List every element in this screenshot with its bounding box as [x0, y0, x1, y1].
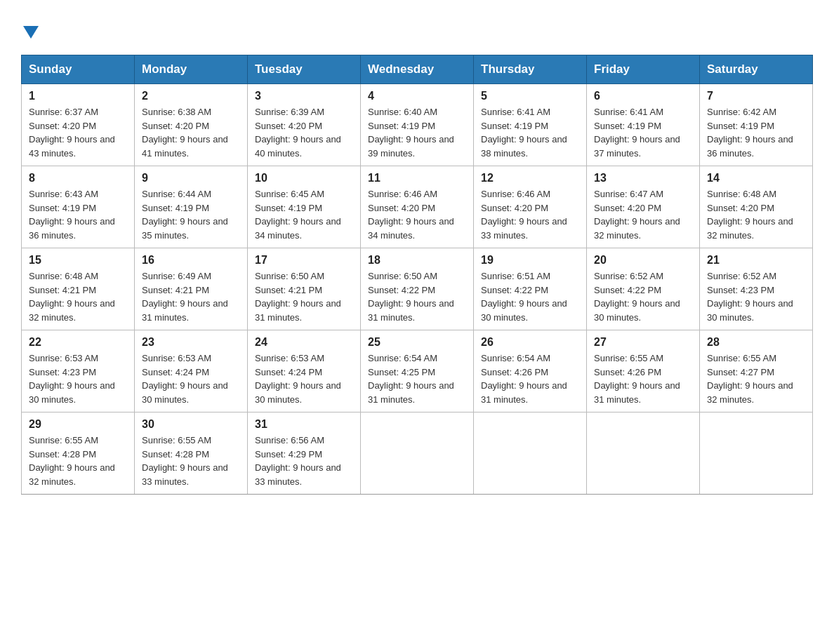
calendar-day-cell: 3 Sunrise: 6:39 AMSunset: 4:20 PMDayligh… [248, 84, 361, 166]
day-number: 21 [707, 254, 805, 267]
day-info: Sunrise: 6:53 AMSunset: 4:23 PMDaylight:… [29, 353, 115, 405]
day-info: Sunrise: 6:56 AMSunset: 4:29 PMDaylight:… [255, 435, 341, 487]
day-info: Sunrise: 6:44 AMSunset: 4:19 PMDaylight:… [142, 189, 228, 241]
calendar-day-cell: 7 Sunrise: 6:42 AMSunset: 4:19 PMDayligh… [700, 84, 813, 166]
svg-marker-0 [23, 26, 39, 39]
day-number: 9 [142, 172, 240, 185]
day-info: Sunrise: 6:50 AMSunset: 4:21 PMDaylight:… [255, 271, 341, 323]
day-info: Sunrise: 6:43 AMSunset: 4:19 PMDaylight:… [29, 189, 115, 241]
calendar-day-cell: 29 Sunrise: 6:55 AMSunset: 4:28 PMDaylig… [22, 412, 135, 495]
day-info: Sunrise: 6:55 AMSunset: 4:26 PMDaylight:… [594, 353, 680, 405]
logo-arrow-icon [23, 21, 39, 43]
calendar-day-cell: 23 Sunrise: 6:53 AMSunset: 4:24 PMDaylig… [135, 330, 248, 412]
day-number: 4 [368, 90, 466, 102]
day-info: Sunrise: 6:55 AMSunset: 4:27 PMDaylight:… [707, 353, 793, 405]
day-number: 7 [707, 90, 805, 102]
day-number: 14 [707, 172, 805, 185]
calendar-day-cell: 12 Sunrise: 6:46 AMSunset: 4:20 PMDaylig… [474, 166, 587, 248]
day-number: 5 [481, 90, 579, 102]
day-info: Sunrise: 6:55 AMSunset: 4:28 PMDaylight:… [29, 435, 115, 487]
day-info: Sunrise: 6:54 AMSunset: 4:25 PMDaylight:… [368, 353, 454, 405]
day-info: Sunrise: 6:48 AMSunset: 4:21 PMDaylight:… [29, 271, 115, 323]
calendar-day-cell: 30 Sunrise: 6:55 AMSunset: 4:28 PMDaylig… [135, 412, 248, 495]
day-number: 18 [368, 254, 466, 267]
calendar-day-cell: 16 Sunrise: 6:49 AMSunset: 4:21 PMDaylig… [135, 248, 248, 330]
calendar-day-cell: 19 Sunrise: 6:51 AMSunset: 4:22 PMDaylig… [474, 248, 587, 330]
calendar-day-cell: 4 Sunrise: 6:40 AMSunset: 4:19 PMDayligh… [361, 84, 474, 166]
page-header [21, 21, 813, 41]
day-number: 29 [29, 418, 127, 431]
calendar-day-cell: 21 Sunrise: 6:52 AMSunset: 4:23 PMDaylig… [700, 248, 813, 330]
day-number: 25 [368, 336, 466, 349]
column-header-friday: Friday [587, 55, 700, 84]
calendar-day-cell: 2 Sunrise: 6:38 AMSunset: 4:20 PMDayligh… [135, 84, 248, 166]
column-header-wednesday: Wednesday [361, 55, 474, 84]
column-header-monday: Monday [135, 55, 248, 84]
day-info: Sunrise: 6:39 AMSunset: 4:20 PMDaylight:… [255, 107, 341, 159]
day-info: Sunrise: 6:46 AMSunset: 4:20 PMDaylight:… [481, 189, 567, 241]
calendar-day-cell: 10 Sunrise: 6:45 AMSunset: 4:19 PMDaylig… [248, 166, 361, 248]
day-number: 8 [29, 172, 127, 185]
day-number: 23 [142, 336, 240, 349]
calendar-day-cell: 20 Sunrise: 6:52 AMSunset: 4:22 PMDaylig… [587, 248, 700, 330]
day-info: Sunrise: 6:55 AMSunset: 4:28 PMDaylight:… [142, 435, 228, 487]
day-number: 28 [707, 336, 805, 349]
calendar-week-row: 15 Sunrise: 6:48 AMSunset: 4:21 PMDaylig… [22, 248, 813, 330]
calendar-day-cell: 25 Sunrise: 6:54 AMSunset: 4:25 PMDaylig… [361, 330, 474, 412]
calendar-day-cell: 26 Sunrise: 6:54 AMSunset: 4:26 PMDaylig… [474, 330, 587, 412]
calendar-day-cell: 11 Sunrise: 6:46 AMSunset: 4:20 PMDaylig… [361, 166, 474, 248]
day-info: Sunrise: 6:47 AMSunset: 4:20 PMDaylight:… [594, 189, 680, 241]
day-info: Sunrise: 6:50 AMSunset: 4:22 PMDaylight:… [368, 271, 454, 323]
calendar-table: SundayMondayTuesdayWednesdayThursdayFrid… [21, 55, 813, 495]
calendar-day-cell: 22 Sunrise: 6:53 AMSunset: 4:23 PMDaylig… [22, 330, 135, 412]
day-info: Sunrise: 6:52 AMSunset: 4:23 PMDaylight:… [707, 271, 793, 323]
day-info: Sunrise: 6:46 AMSunset: 4:20 PMDaylight:… [368, 189, 454, 241]
day-info: Sunrise: 6:52 AMSunset: 4:22 PMDaylight:… [594, 271, 680, 323]
calendar-day-cell: 1 Sunrise: 6:37 AMSunset: 4:20 PMDayligh… [22, 84, 135, 166]
calendar-week-row: 29 Sunrise: 6:55 AMSunset: 4:28 PMDaylig… [22, 412, 813, 495]
calendar-header-row: SundayMondayTuesdayWednesdayThursdayFrid… [22, 55, 813, 84]
day-info: Sunrise: 6:53 AMSunset: 4:24 PMDaylight:… [142, 353, 228, 405]
day-info: Sunrise: 6:42 AMSunset: 4:19 PMDaylight:… [707, 107, 793, 159]
calendar-day-cell: 5 Sunrise: 6:41 AMSunset: 4:19 PMDayligh… [474, 84, 587, 166]
calendar-day-cell [474, 412, 587, 495]
calendar-week-row: 8 Sunrise: 6:43 AMSunset: 4:19 PMDayligh… [22, 166, 813, 248]
day-info: Sunrise: 6:48 AMSunset: 4:20 PMDaylight:… [707, 189, 793, 241]
day-info: Sunrise: 6:53 AMSunset: 4:24 PMDaylight:… [255, 353, 341, 405]
logo [21, 21, 39, 41]
day-info: Sunrise: 6:51 AMSunset: 4:22 PMDaylight:… [481, 271, 567, 323]
calendar-day-cell: 17 Sunrise: 6:50 AMSunset: 4:21 PMDaylig… [248, 248, 361, 330]
day-number: 26 [481, 336, 579, 349]
calendar-day-cell: 18 Sunrise: 6:50 AMSunset: 4:22 PMDaylig… [361, 248, 474, 330]
column-header-saturday: Saturday [700, 55, 813, 84]
day-number: 2 [142, 90, 240, 102]
day-number: 20 [594, 254, 692, 267]
calendar-day-cell: 15 Sunrise: 6:48 AMSunset: 4:21 PMDaylig… [22, 248, 135, 330]
calendar-day-cell: 8 Sunrise: 6:43 AMSunset: 4:19 PMDayligh… [22, 166, 135, 248]
day-info: Sunrise: 6:41 AMSunset: 4:19 PMDaylight:… [481, 107, 567, 159]
day-info: Sunrise: 6:54 AMSunset: 4:26 PMDaylight:… [481, 353, 567, 405]
day-number: 13 [594, 172, 692, 185]
day-number: 17 [255, 254, 353, 267]
day-number: 24 [255, 336, 353, 349]
logo-line1 [21, 21, 39, 43]
day-number: 30 [142, 418, 240, 431]
calendar-day-cell: 6 Sunrise: 6:41 AMSunset: 4:19 PMDayligh… [587, 84, 700, 166]
day-number: 19 [481, 254, 579, 267]
calendar-day-cell [700, 412, 813, 495]
calendar-day-cell: 27 Sunrise: 6:55 AMSunset: 4:26 PMDaylig… [587, 330, 700, 412]
day-info: Sunrise: 6:37 AMSunset: 4:20 PMDaylight:… [29, 107, 115, 159]
day-info: Sunrise: 6:45 AMSunset: 4:19 PMDaylight:… [255, 189, 341, 241]
day-number: 16 [142, 254, 240, 267]
day-number: 6 [594, 90, 692, 102]
day-number: 12 [481, 172, 579, 185]
day-number: 15 [29, 254, 127, 267]
column-header-sunday: Sunday [22, 55, 135, 84]
column-header-thursday: Thursday [474, 55, 587, 84]
calendar-day-cell: 24 Sunrise: 6:53 AMSunset: 4:24 PMDaylig… [248, 330, 361, 412]
calendar-day-cell: 14 Sunrise: 6:48 AMSunset: 4:20 PMDaylig… [700, 166, 813, 248]
day-number: 1 [29, 90, 127, 102]
calendar-day-cell [587, 412, 700, 495]
day-number: 27 [594, 336, 692, 349]
day-number: 11 [368, 172, 466, 185]
